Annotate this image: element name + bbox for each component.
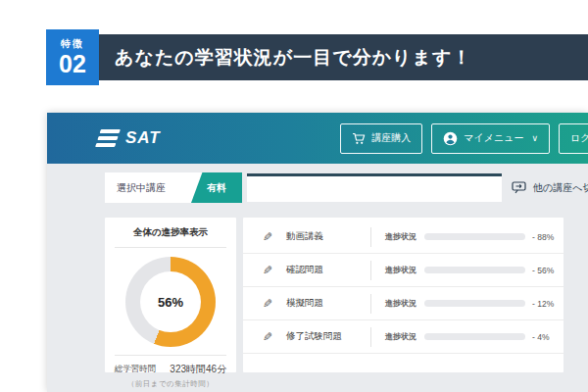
screenshot-root: あなたの学習状況が一目で分かります！ 特徴 02 SAT 講座購入 xyxy=(0,0,588,392)
app-window: SAT 講座購入 マイメニュー ∨ xyxy=(47,113,588,392)
progress-percent-label: - 88% xyxy=(532,232,554,242)
progress-row-confirmation[interactable]: ✎ 確認問題 進捗状況 - 56% xyxy=(243,254,564,287)
progress-status-label: 進捗状況 xyxy=(385,298,416,309)
course-select-input[interactable] xyxy=(247,173,502,202)
feature-number-badge: 特徴 02 xyxy=(46,29,99,85)
progress-row-mock[interactable]: ✎ 模擬問題 進捗状況 - 12% xyxy=(243,287,564,320)
cart-icon xyxy=(352,132,366,145)
pencil-icon: ✎ xyxy=(263,230,272,244)
sat-logo-text: SAT xyxy=(125,128,161,148)
aggregation-note: （前日までの集計時間） xyxy=(105,379,236,389)
divider xyxy=(370,227,371,247)
overall-progress-card: 全体の進捗率表示 56% 総学習時間 323時間46分 xyxy=(105,218,236,372)
donut-percent-label: 56% xyxy=(158,295,183,310)
logout-button[interactable]: ログ xyxy=(559,123,588,154)
divider xyxy=(115,355,226,356)
progress-status-label: 進捗状況 xyxy=(385,331,416,342)
content-progress-card: ✎ 動画講義 進捗状況 - 88% ✎ 確認問題 進捗状況 - 56% ✎ xyxy=(243,218,564,372)
progress-bar-track xyxy=(424,233,525,240)
total-study-time-row: 総学習時間 323時間46分 xyxy=(115,363,226,376)
total-study-time-label: 総学習時間 xyxy=(115,364,157,375)
buy-course-label: 講座購入 xyxy=(371,131,411,145)
progress-bar-track xyxy=(424,300,525,307)
feature-tag-label: 特徴 xyxy=(61,37,84,51)
progress-donut-chart: 56% xyxy=(125,257,216,347)
header-buttons: 講座購入 マイメニュー ∨ ログ xyxy=(340,123,588,154)
progress-row-final-exam[interactable]: ✎ 修了試験問題 進捗状況 - 4% xyxy=(243,320,564,354)
logout-label: ログ xyxy=(570,131,588,145)
pencil-icon: ✎ xyxy=(263,264,272,277)
donut-wrap: 56% xyxy=(115,257,226,347)
my-menu-button[interactable]: マイメニュー ∨ xyxy=(431,123,550,154)
progress-bar-track xyxy=(424,333,525,340)
progress-row-label: 修了試験問題 xyxy=(286,330,370,343)
app-header: SAT 講座購入 マイメニュー ∨ xyxy=(47,113,588,164)
feature-number-label: 02 xyxy=(59,51,86,76)
progress-status-label: 進捗状況 xyxy=(385,231,416,242)
course-selection-bar: 選択中講座 有料 他の講座へ切 xyxy=(105,172,588,203)
switch-course-icon xyxy=(512,181,527,194)
overall-progress-title: 全体の進捗率表示 xyxy=(115,226,226,239)
paid-badge: 有料 xyxy=(191,172,242,203)
progress-row-video[interactable]: ✎ 動画講義 進捗状況 - 88% xyxy=(243,220,564,254)
selected-course-label: 選択中講座 xyxy=(105,181,166,195)
progress-status-label: 進捗状況 xyxy=(385,265,416,275)
progress-row-label: 動画講義 xyxy=(286,230,370,243)
chevron-down-icon: ∨ xyxy=(531,133,538,143)
switch-course-button[interactable]: 他の講座へ切 xyxy=(512,181,588,195)
banner-title: あなたの学習状況が一目で分かります！ xyxy=(115,45,471,71)
divider xyxy=(115,247,226,248)
my-menu-label: マイメニュー xyxy=(464,131,523,145)
progress-percent-label: - 4% xyxy=(532,332,549,342)
dashboard-cards: 全体の進捗率表示 56% 総学習時間 323時間46分 xyxy=(105,218,562,372)
user-icon xyxy=(443,131,458,146)
pencil-icon: ✎ xyxy=(263,297,272,311)
selected-course-box: 選択中講座 有料 xyxy=(105,172,242,203)
progress-row-label: 模擬問題 xyxy=(286,297,370,310)
progress-percent-label: - 12% xyxy=(532,299,554,309)
switch-course-label: 他の講座へ切 xyxy=(533,181,588,195)
sat-logo[interactable]: SAT xyxy=(98,128,161,148)
progress-percent-label: - 56% xyxy=(532,266,554,275)
buy-course-button[interactable]: 講座購入 xyxy=(340,123,422,154)
progress-row-label: 確認問題 xyxy=(286,264,370,276)
divider xyxy=(370,327,371,347)
sat-logo-icon xyxy=(95,129,121,147)
total-study-time-value: 323時間46分 xyxy=(170,363,226,376)
feature-banner: あなたの学習状況が一目で分かります！ xyxy=(99,34,588,80)
progress-bar-track xyxy=(424,267,525,273)
divider xyxy=(370,261,371,280)
divider xyxy=(370,294,371,314)
pencil-icon: ✎ xyxy=(263,330,272,344)
donut-hole: 56% xyxy=(140,271,201,332)
